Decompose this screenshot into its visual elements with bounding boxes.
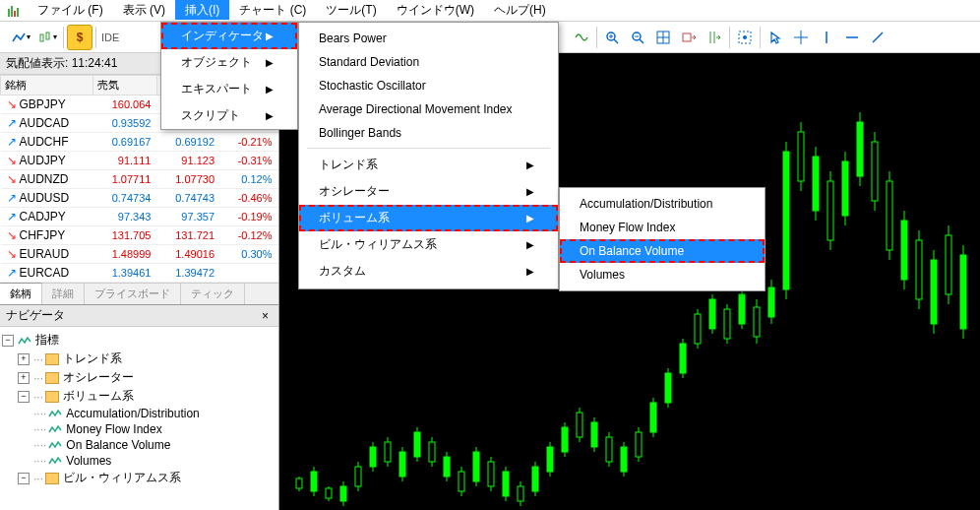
shift-icon[interactable] [676,25,702,50]
menu-item[interactable]: Bollinger Bands [299,121,558,145]
svg-rect-16 [683,33,691,41]
svg-rect-117 [960,255,966,329]
svg-rect-41 [399,452,405,477]
menu-item[interactable]: Volumes [560,263,765,287]
object-select-icon[interactable] [732,25,758,50]
trendline-icon[interactable] [865,25,890,50]
indicator-icon [48,440,62,450]
tab[interactable]: 詳細 [42,284,85,304]
table-row[interactable]: ↘ CHFJPY131.705131.721-0.12% [1,226,278,245]
svg-rect-45 [429,442,435,462]
table-row[interactable]: ↘ AUDJPY91.11191.123-0.31% [1,152,278,170]
tree-folder[interactable]: +···トレンド系 [2,350,276,368]
menu-5[interactable]: ウインドウ(W) [387,0,484,20]
tree-folder[interactable]: +···オシレーター [2,368,276,387]
wave-icon[interactable] [569,25,594,50]
expand-icon[interactable]: + [18,353,30,365]
zoom-out-icon[interactable] [625,25,650,50]
crosshair-icon[interactable] [788,25,814,50]
svg-rect-95 [798,132,804,181]
arrow-up-icon: ↗ [7,116,17,130]
menu-item[interactable]: カスタム▶ [299,258,558,285]
tab[interactable]: プライスボード [85,284,181,304]
menu-2[interactable]: 挿入(I) [175,0,229,20]
menu-item[interactable]: Bears Power [299,27,558,50]
menu-1[interactable]: 表示 (V) [113,0,175,20]
menu-item[interactable]: Accumulation/Distribution [560,192,765,216]
menu-3[interactable]: チャート (C) [229,0,316,20]
menu-item[interactable]: Money Flow Index [560,216,765,239]
tree-folder[interactable]: −···ボリューム系 [2,387,276,406]
menu-item[interactable]: オシレーター▶ [299,178,558,205]
menu-item[interactable]: Standard Deviation [299,50,558,74]
tab[interactable]: 銘柄 [0,283,42,304]
chevron-right-icon: ▶ [526,239,534,250]
chart-line-icon[interactable]: ▾ [8,25,33,50]
tree-leaf[interactable]: ····Volumes [2,453,276,469]
svg-rect-55 [503,472,509,496]
menu-item[interactable]: ビル・ウィリアムス系▶ [299,231,558,258]
svg-rect-2 [14,11,16,17]
collapse-icon[interactable]: − [2,335,14,347]
chevron-right-icon: ▶ [526,159,534,170]
menubar: ファイル (F)表示 (V)挿入(I)チャート (C)ツール(T)ウインドウ(W… [0,0,980,22]
column-header[interactable]: 銘柄 [1,76,93,96]
menu-4[interactable]: ツール(T) [316,0,386,20]
menu-item[interactable]: トレンド系▶ [299,152,558,178]
chevron-right-icon: ▶ [266,84,274,95]
table-row[interactable]: ↗ AUDUSD0.747340.74743-0.46% [1,189,278,208]
tree-root[interactable]: −指標 [2,331,276,350]
collapse-icon[interactable]: − [18,473,30,484]
collapse-icon[interactable]: − [18,391,30,403]
dollar-icon[interactable]: $ [67,25,92,50]
close-icon[interactable]: × [258,309,273,323]
hline-icon[interactable] [839,25,865,50]
tree-leaf[interactable]: ····Accumulation/Distribution [2,406,276,421]
svg-line-25 [873,32,883,42]
menu-item[interactable]: エキスパート▶ [161,76,297,102]
tree-folder[interactable]: −···ビル・ウィリアムス系 [2,469,276,487]
arrow-up-icon: ↗ [7,191,17,205]
autoscroll-icon[interactable] [702,25,727,50]
svg-rect-101 [842,161,848,216]
folder-icon [45,372,59,384]
svg-rect-59 [532,467,538,491]
column-header[interactable]: 売気 [93,76,157,96]
table-row[interactable]: ↗ CADJPY97.34397.357-0.19% [1,208,278,226]
tab[interactable]: ティック [181,284,245,304]
navigator-title: ナビゲータ [6,307,65,324]
indicator-icon [48,456,62,466]
svg-rect-47 [444,457,450,477]
svg-rect-77 [665,373,671,403]
zoom-in-icon[interactable] [599,25,625,50]
chart-candle-icon[interactable]: ▾ [34,25,60,50]
svg-rect-97 [813,157,819,211]
tree-leaf[interactable]: ····Money Flow Index [2,421,276,437]
cursor-icon[interactable] [763,25,788,50]
tree-leaf[interactable]: ····On Balance Volume [2,437,276,453]
arrow-down-icon: ↘ [7,228,17,242]
menu-item[interactable]: ボリューム系▶ [299,205,558,231]
menu-0[interactable]: ファイル (F) [28,0,113,20]
ide-button[interactable]: IDE [99,32,121,43]
chevron-right-icon: ▶ [266,57,274,68]
svg-rect-27 [296,478,302,488]
menu-item[interactable]: Average Directional Movement Index [299,97,558,121]
svg-rect-113 [931,260,937,324]
table-row[interactable]: ↘ AUDNZD1.077111.077300.12% [1,170,278,189]
menu-item[interactable]: スクリプト▶ [161,102,297,129]
menu-item[interactable]: On Balance Volume [560,239,765,263]
menu-item[interactable]: Stochastic Oscillator [299,74,558,97]
vline-icon[interactable] [814,25,839,50]
table-row[interactable]: ↗ EURCAD1.394611.39472 [1,264,278,283]
table-row[interactable]: ↗ AUDCHF0.691670.69192-0.21% [1,133,278,152]
menu-item[interactable]: インディケータ▶ [161,23,297,49]
menu-6[interactable]: ヘルプ(H) [484,0,556,20]
grid-icon[interactable] [650,25,676,50]
table-row[interactable]: ↘ EURAUD1.489991.490160.30% [1,245,278,264]
svg-rect-85 [724,309,730,339]
svg-rect-49 [459,472,464,491]
expand-icon[interactable]: + [18,372,30,384]
svg-rect-91 [768,287,774,317]
menu-item[interactable]: オブジェクト▶ [161,49,297,76]
